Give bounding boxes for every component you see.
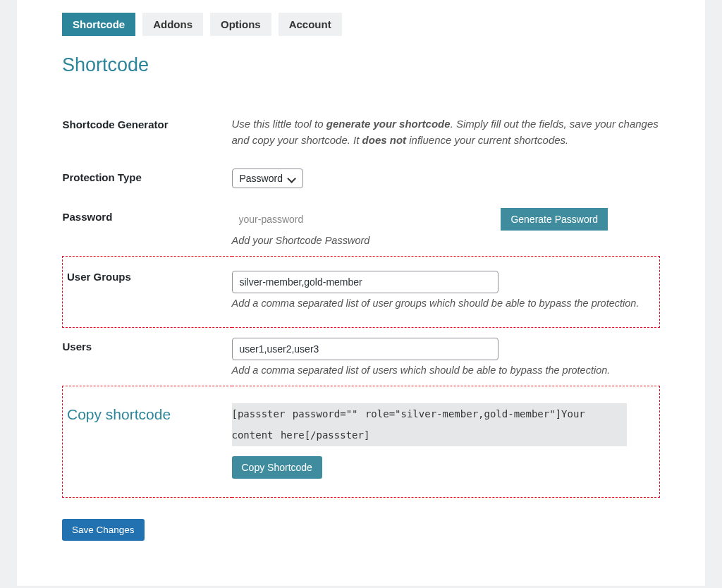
protection-type-value: Password xyxy=(240,173,283,184)
user-groups-description: Add a comma separated list of user group… xyxy=(232,298,653,309)
label-users: Users xyxy=(63,327,232,386)
row-user-groups: User Groups Add a comma separated list o… xyxy=(63,256,660,327)
chevron-down-icon xyxy=(287,174,295,183)
tab-addons[interactable]: Addons xyxy=(142,13,203,36)
settings-form: Shortcode Generator Use this little tool… xyxy=(62,106,660,498)
label-user-groups: User Groups xyxy=(63,256,232,327)
page-title: Shortcode xyxy=(62,54,660,76)
save-wrap: Save Changes xyxy=(62,519,660,541)
settings-panel: Shortcode Addons Options Account Shortco… xyxy=(17,0,705,586)
save-changes-button[interactable]: Save Changes xyxy=(62,519,145,541)
users-input[interactable] xyxy=(232,338,498,360)
users-description: Add a comma separated list of users whic… xyxy=(232,365,660,376)
row-generator-intro: Shortcode Generator Use this little tool… xyxy=(63,106,660,159)
row-users: Users Add a comma separated list of user… xyxy=(63,327,660,386)
label-copy-shortcode: Copy shortcode xyxy=(63,386,232,498)
row-copy-shortcode: Copy shortcode [passster password="" rol… xyxy=(63,386,660,498)
row-protection-type: Protection Type Password xyxy=(63,159,660,198)
generator-intro-text: Use this little tool to generate your sh… xyxy=(232,118,659,146)
label-password: Password xyxy=(63,198,232,257)
protection-type-select[interactable]: Password xyxy=(232,169,303,188)
shortcode-output: [passster password="" role="silver-membe… xyxy=(232,403,627,447)
user-groups-input[interactable] xyxy=(232,271,498,293)
tabs-nav: Shortcode Addons Options Account xyxy=(62,13,660,36)
generate-password-button[interactable]: Generate Password xyxy=(501,208,608,231)
row-password: Password Generate Password Add your Shor… xyxy=(63,198,660,257)
password-input[interactable] xyxy=(232,208,498,231)
label-protection-type: Protection Type xyxy=(63,159,232,198)
tab-account[interactable]: Account xyxy=(279,13,342,36)
tab-options[interactable]: Options xyxy=(210,13,271,36)
password-description: Add your Shortcode Password xyxy=(232,235,660,246)
copy-shortcode-button[interactable]: Copy Shortcode xyxy=(232,456,322,479)
label-shortcode-generator: Shortcode Generator xyxy=(63,106,232,159)
tab-shortcode[interactable]: Shortcode xyxy=(62,13,135,36)
